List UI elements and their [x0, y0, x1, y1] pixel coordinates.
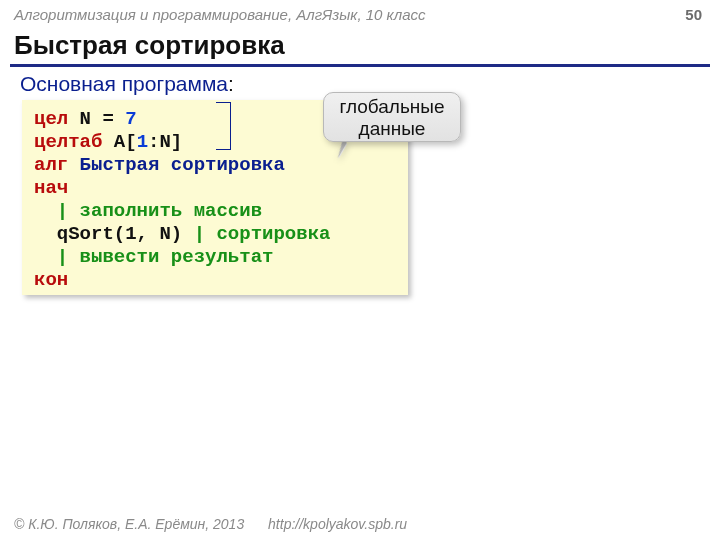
code-text: A[ — [102, 131, 136, 153]
callout-line2: данные — [359, 118, 426, 139]
footer: © К.Ю. Поляков, Е.А. Ерёмин, 2013 http:/… — [14, 516, 407, 532]
subtitle-colon: : — [228, 72, 234, 95]
page-title: Быстрая сортировка — [14, 30, 285, 61]
slide: Алгоритмизация и программирование, АлгЯз… — [0, 0, 720, 540]
page-number: 50 — [685, 6, 702, 23]
grouping-bracket — [216, 102, 231, 150]
title-underline — [10, 64, 710, 67]
callout-box: глобальные данные — [323, 92, 461, 142]
callout-line1: глобальные — [339, 96, 444, 117]
code-text: :N] — [148, 131, 182, 153]
alg-name: Быстрая сортировка — [80, 154, 285, 176]
kw-kon: кон — [34, 269, 68, 291]
breadcrumb: Алгоритмизация и программирование, АлгЯз… — [14, 6, 426, 23]
kw-nach: нач — [34, 177, 68, 199]
kw-tseltab: целтаб — [34, 131, 102, 153]
code-call: qSort(1, N) — [34, 223, 194, 245]
number-literal: 1 — [137, 131, 148, 153]
code-text: N — [68, 108, 91, 130]
footer-copyright: © К.Ю. Поляков, Е.А. Ерёмин, 2013 — [14, 516, 244, 532]
footer-url: http://kpolyakov.spb.ru — [268, 516, 407, 532]
comment: | сортировка — [194, 223, 331, 245]
comment: | вывести результат — [34, 246, 273, 268]
section-subtitle: Основная программа: — [20, 72, 234, 96]
kw-tsel: цел — [34, 108, 68, 130]
number-literal: 7 — [125, 108, 136, 130]
subtitle-text: Основная программа — [20, 72, 228, 95]
kw-alg: алг — [34, 154, 80, 176]
comment: | заполнить массив — [34, 200, 262, 222]
code-text: = — [91, 108, 125, 130]
